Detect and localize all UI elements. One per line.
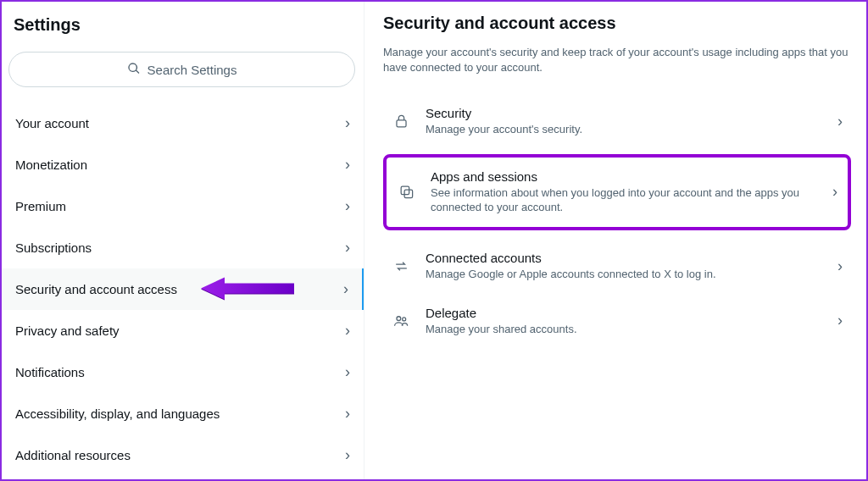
annotation-highlight-box: Apps and sessions See information about …: [383, 154, 851, 230]
row-delegate[interactable]: Delegate Manage your shared accounts. ›: [383, 294, 851, 349]
sidebar-item-additional-resources[interactable]: Additional resources ›: [2, 434, 364, 476]
svg-point-4: [396, 317, 400, 321]
chevron-right-icon: ›: [343, 280, 348, 298]
sidebar-item-label: Security and account access: [15, 282, 177, 296]
search-icon: [127, 62, 141, 78]
row-apps-sessions[interactable]: Apps and sessions See information about …: [392, 163, 843, 222]
sidebar-item-label: Your account: [15, 116, 89, 130]
svg-point-5: [402, 318, 405, 321]
sidebar-item-label: Additional resources: [15, 448, 131, 462]
sidebar-item-label: Subscriptions: [15, 240, 92, 255]
sidebar-item-label: Premium: [15, 199, 66, 213]
sidebar-item-premium[interactable]: Premium ›: [2, 185, 364, 227]
chevron-right-icon: ›: [345, 239, 350, 257]
lock-icon: [392, 113, 410, 130]
sidebar-item-notifications[interactable]: Notifications ›: [2, 351, 364, 393]
chevron-right-icon: ›: [837, 312, 843, 329]
search-input[interactable]: Search Settings: [8, 52, 355, 87]
people-icon: [392, 312, 410, 329]
chevron-right-icon: ›: [345, 446, 350, 464]
page-title: Security and account access: [383, 10, 851, 45]
settings-title: Settings: [2, 10, 364, 48]
sidebar-item-subscriptions[interactable]: Subscriptions ›: [2, 227, 364, 268]
row-desc: See information about when you logged in…: [431, 185, 817, 215]
row-title: Apps and sessions: [431, 169, 817, 184]
chevron-right-icon: ›: [345, 114, 350, 132]
main-panel: Security and account access Manage your …: [364, 2, 866, 479]
row-title: Security: [426, 106, 822, 120]
sidebar-item-label: Monetization: [15, 158, 87, 172]
chevron-right-icon: ›: [345, 156, 350, 174]
chevron-right-icon: ›: [345, 405, 350, 423]
chevron-right-icon: ›: [345, 322, 350, 340]
apps-icon: [397, 184, 415, 200]
svg-marker-0: [201, 277, 294, 299]
sidebar-item-monetization[interactable]: Monetization ›: [2, 144, 364, 185]
chevron-right-icon: ›: [837, 257, 843, 275]
chevron-right-icon: ›: [345, 363, 350, 381]
swap-icon: [392, 258, 410, 274]
row-title: Delegate: [426, 306, 822, 320]
row-connected-accounts[interactable]: Connected accounts Manage Google or Appl…: [383, 239, 851, 294]
chevron-right-icon: ›: [837, 113, 843, 130]
row-desc: Manage Google or Apple accounts connecte…: [426, 267, 822, 282]
sidebar-item-label: Notifications: [15, 365, 85, 379]
search-placeholder: Search Settings: [147, 63, 237, 77]
sidebar-item-your-account[interactable]: Your account ›: [2, 102, 364, 144]
row-desc: Manage your account's security.: [426, 122, 822, 137]
sidebar-item-label: Accessibility, display, and languages: [15, 406, 220, 421]
row-desc: Manage your shared accounts.: [426, 322, 822, 337]
sidebar-item-privacy[interactable]: Privacy and safety ›: [2, 310, 364, 351]
row-title: Connected accounts: [426, 251, 822, 265]
chevron-right-icon: ›: [832, 183, 837, 201]
sidebar-item-security[interactable]: Security and account access ›: [2, 268, 364, 310]
row-security[interactable]: Security Manage your account's security.…: [383, 94, 851, 149]
search-wrap: Search Settings: [2, 48, 364, 102]
settings-sidebar: Settings Search Settings Your account › …: [2, 2, 364, 479]
annotation-arrow-icon: [201, 275, 294, 303]
sidebar-item-accessibility[interactable]: Accessibility, display, and languages ›: [2, 393, 364, 434]
svg-rect-1: [396, 120, 405, 127]
chevron-right-icon: ›: [345, 197, 350, 215]
page-subtitle: Manage your account's security and keep …: [383, 45, 851, 94]
sidebar-item-label: Privacy and safety: [15, 323, 120, 338]
